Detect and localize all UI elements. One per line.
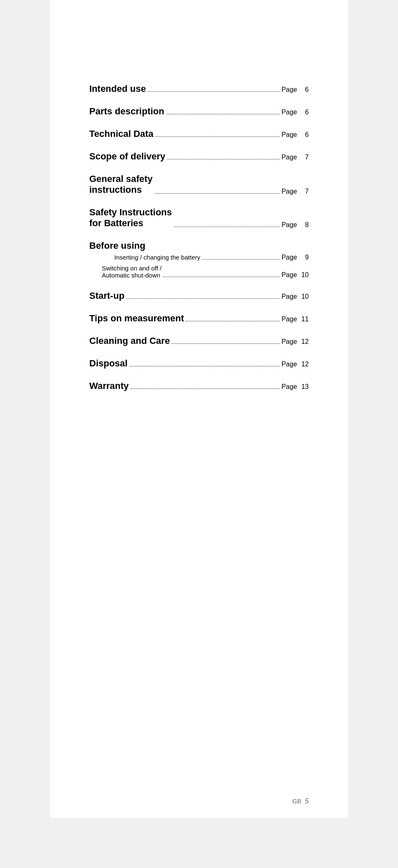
toc-item-tips-measurement: Tips on measurement Page 11 [89,313,309,324]
page-num-general-safety: 7 [299,188,309,195]
page-label-general-safety: Page [282,188,297,195]
subitem-text-switching-1: Switching on and off / [102,265,161,272]
before-using-subitems: Inserting / changing the battery Page 9 … [102,254,309,279]
page-label-startup: Page [282,293,297,300]
page-label-tips-measurement: Page [282,315,297,323]
toc-item-intended-use: Intended use Page 6 [89,83,309,94]
page-num-startup: 10 [299,293,309,300]
page-label-safety-batteries: Page [282,221,297,229]
page-num-parts-description: 6 [299,108,309,116]
toc-title-before-using: Before using [89,240,309,251]
toc-item-warranty: Warranty Page 13 [89,381,309,391]
dots-scope-delivery [167,159,280,159]
page-num-tips-measurement: 11 [299,315,309,323]
page: Intended use Page 6 Parts description Pa… [50,0,348,818]
dots-cleaning-care [171,343,280,344]
toc-title-parts-description: Parts description [89,106,164,117]
toc-item-startup: Start-up Page 10 [89,290,309,301]
page-num-inserting: 9 [299,254,309,261]
dots-parts-description [166,114,280,114]
toc-item-general-safety: General safety instructions Page 7 [89,174,309,195]
toc-title-safety-batteries-1: Safety Instructions [89,207,172,218]
dots-technical-data [155,136,280,137]
dots-tips-measurement [186,321,280,321]
toc-title-warranty: Warranty [89,381,129,391]
page-num-safety-batteries: 8 [299,221,309,229]
page-num-technical-data: 6 [299,131,309,139]
subitem-inserting-battery: Inserting / changing the battery Page 9 [114,254,309,261]
dots-switching [163,277,280,277]
page-label-intended-use: Page [282,86,297,93]
dots-general-safety [154,193,280,194]
page-num-disposal: 12 [299,361,309,368]
page-label-inserting: Page [282,254,297,261]
page-num-scope-delivery: 7 [299,154,309,161]
toc-item-cleaning-care: Cleaning and Care Page 12 [89,336,309,346]
page-label-cleaning-care: Page [282,338,297,346]
toc-title-safety-batteries-2: for Batteries [89,218,172,229]
page-label-disposal: Page [282,361,297,368]
page-label-warranty: Page [282,383,297,391]
page-num-warranty: 13 [299,383,309,391]
toc-item-parts-description: Parts description Page 6 [89,106,309,117]
dots-safety-batteries [174,227,280,227]
toc-item-safety-batteries: Safety Instructions for Batteries Page 8 [89,207,309,229]
page-num-switching: 10 [299,271,309,279]
toc-title-general-safety-2: instructions [89,184,153,195]
toc-title-technical-data: Technical Data [89,129,154,139]
subitem-text-inserting: Inserting / changing the battery [114,254,200,261]
toc-title-intended-use: Intended use [89,83,146,94]
footer-lang: GB [292,797,302,805]
toc-item-technical-data: Technical Data Page 6 [89,129,309,139]
page-num-intended-use: 6 [299,86,309,93]
dots-startup [126,298,280,299]
page-label-scope-delivery: Page [282,154,297,161]
dots-warranty [131,389,280,389]
page-num-cleaning-care: 12 [299,338,309,346]
footer-page-num: 5 [305,797,309,805]
toc-title-tips-measurement: Tips on measurement [89,313,184,324]
toc-title-general-safety: General safety [89,174,153,184]
page-label-parts-description: Page [282,108,297,116]
footer: GB 5 [292,797,309,805]
page-label-switching: Page [282,271,297,279]
toc-title-startup: Start-up [89,290,124,301]
toc-item-scope-delivery: Scope of delivery Page 7 [89,151,309,162]
dots-intended-use [148,91,280,92]
toc-item-disposal: Disposal Page 12 [89,358,309,369]
subitem-text-switching-2: Automatic shut-down [102,272,161,279]
toc-title-cleaning-care: Cleaning and Care [89,336,170,346]
dots-inserting [202,259,280,260]
toc-title-disposal: Disposal [89,358,128,369]
dots-disposal [129,366,280,366]
toc-item-before-using: Before using Inserting / changing the ba… [89,240,309,279]
subitem-switching: Switching on and off / Automatic shut-do… [102,265,309,279]
page-label-technical-data: Page [282,131,297,139]
toc-title-scope-delivery: Scope of delivery [89,151,165,162]
